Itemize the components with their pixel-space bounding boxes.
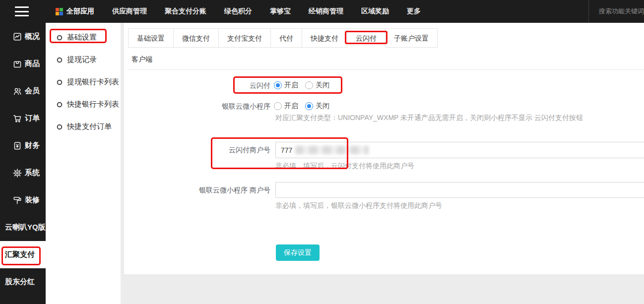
topnav-item-region-reward[interactable]: 区域奖励 [361, 7, 389, 16]
tab-label: 微信支付 [182, 34, 210, 42]
sidebar-item-label: 财务 [25, 141, 40, 150]
topnav-item-dealer[interactable]: 经销商管理 [309, 7, 343, 16]
submenu: 基础设置 提现记录 提现银行卡列表 快捷银行卡列表 快捷支付订单 [46, 23, 121, 304]
sidebar-item-overview[interactable]: 概况 [0, 23, 46, 50]
radio-option-on[interactable]: 开启 [274, 81, 298, 90]
tab-alipay[interactable]: 支付宝支付 [218, 29, 270, 48]
mp-merchant-no-input[interactable] [275, 182, 644, 198]
topnav-item-all-apps[interactable]: 全部应用 [56, 7, 94, 16]
merchant-no-input[interactable] [275, 142, 644, 158]
topnav-item-green-points[interactable]: 绿色积分 [224, 7, 252, 16]
submenu-item-label: 提现银行卡列表 [67, 77, 119, 87]
sidebar-item-goods[interactable]: 商品 [0, 50, 46, 77]
submenu-item-label: 快捷支付订单 [67, 122, 112, 131]
sidebar: 概况 商品 会员 订单 财务 [0, 23, 46, 304]
sidebar-item-label: 汇聚支付 [5, 250, 35, 259]
topnav-label: 掌够宝 [270, 7, 291, 16]
submenu-item-label: 基础设置 [67, 33, 97, 42]
topnav-item-supplier[interactable]: 供应商管理 [112, 7, 147, 16]
main-content: 基础设置 微信支付 支付宝支付 代付 快捷支付 云闪付 子账户设置 客户端 云闪… [124, 23, 644, 274]
topnav-item-zhanggoubao[interactable]: 掌够宝 [270, 7, 291, 16]
system-icon [13, 169, 22, 178]
submenu-item-basic-settings[interactable]: 基础设置 [46, 26, 121, 49]
hamburger-menu-icon[interactable] [15, 6, 29, 16]
save-settings-button[interactable]: 保存设置 [276, 244, 320, 261]
sidebar-item-label: 装修 [25, 195, 40, 205]
radio-selected-icon [274, 81, 282, 89]
submenu-item-label: 快捷银行卡列表 [67, 100, 119, 109]
sidebar-item-label: 概况 [25, 32, 40, 41]
radio-option-off[interactable]: 关闭 [305, 102, 329, 111]
radio-unselected-icon [305, 81, 313, 89]
miniprogram-radio-group: 开启 关闭 [274, 98, 329, 114]
sidebar-item-system[interactable]: 系统 [0, 159, 46, 186]
sidebar-item-shareholder[interactable]: 股东分红 [0, 268, 46, 296]
sidebar-item-decorate[interactable]: 装修 [0, 186, 46, 214]
merchant-no-input-wrap [275, 142, 644, 158]
finance-icon [13, 141, 22, 150]
tab-subaccount-settings[interactable]: 子账户设置 [385, 29, 437, 48]
mp-merchant-no-input-wrap [275, 182, 644, 198]
topnav-label: 全部应用 [66, 7, 94, 16]
sidebar-item-label: 会员 [25, 86, 40, 96]
tab-label: 代付 [279, 34, 293, 42]
tab-quick-pay[interactable]: 快捷支付 [302, 29, 347, 48]
radio-option-off[interactable]: 关闭 [305, 81, 329, 90]
circle-bullet-icon [57, 35, 63, 41]
topnav-item-split-pay[interactable]: 聚合支付分账 [165, 7, 206, 16]
unionpay-radio-group: 开启 关闭 [274, 77, 329, 93]
sidebar-item-finance[interactable]: 财务 [0, 132, 46, 159]
topnav-label: 供应商管理 [112, 7, 147, 16]
radio-unselected-icon [274, 102, 282, 110]
tab-label: 快捷支付 [311, 34, 338, 42]
circle-bullet-icon [57, 57, 63, 63]
topbar-search[interactable]: 搜索功能关键词 [588, 0, 644, 23]
sidebar-item-label: 股东分红 [5, 277, 35, 287]
search-icon [595, 7, 596, 15]
page: 全部应用 供应商管理 聚合支付分账 绿色积分 掌够宝 经销商管理 区域奖励 更多… [0, 0, 644, 304]
help-text-merchant-no: 非必填，填写后，云闪付支付将使用此商户号 [275, 161, 640, 170]
tab-wechat-pay[interactable]: 微信支付 [173, 29, 218, 48]
overview-icon [13, 32, 22, 41]
field-label: 云闪付 [124, 77, 270, 93]
help-text-miniprogram: 对应汇聚支付类型：UNIONPAY_WXMP 未开通产品无需开启，关闭则小程序不… [275, 113, 640, 122]
circle-bullet-icon [57, 124, 63, 130]
search-placeholder: 搜索功能关键词 [599, 7, 644, 16]
radio-selected-icon [305, 102, 313, 110]
circle-bullet-icon [57, 79, 63, 85]
submenu-item-withdraw-records[interactable]: 提现记录 [46, 49, 121, 71]
topnav-label: 绿色积分 [224, 7, 252, 16]
submenu-item-quick-bank-cards[interactable]: 快捷银行卡列表 [46, 93, 121, 116]
section-label-client: 客户端 [131, 52, 152, 66]
submenu-item-quick-pay-orders[interactable]: 快捷支付订单 [46, 116, 121, 138]
members-icon [13, 87, 22, 96]
tab-unionpay[interactable]: 云闪付 [347, 29, 385, 48]
tab-proxy-pay[interactable]: 代付 [270, 29, 302, 48]
sidebar-item-label: 订单 [25, 114, 40, 123]
topnav-label: 区域奖励 [361, 7, 389, 16]
tab-label: 基础设置 [137, 34, 165, 42]
tab-label: 子账户设置 [394, 34, 429, 42]
sidebar-item-yunlaba[interactable]: 云喇叭YQ版 [0, 214, 46, 241]
sidebar-item-orders[interactable]: 订单 [0, 105, 46, 132]
field-label: 银联云微小程序 商户号 [124, 182, 270, 198]
field-label: 云闪付商户号 [124, 142, 270, 158]
topnav-label: 更多 [407, 7, 421, 16]
topnav-label: 聚合支付分账 [165, 7, 206, 16]
submenu-item-withdraw-bank-cards[interactable]: 提现银行卡列表 [46, 71, 121, 93]
top-navigation: 全部应用 供应商管理 聚合支付分账 绿色积分 掌够宝 经销商管理 区域奖励 更多 [56, 0, 421, 23]
goods-icon [13, 60, 22, 68]
decorate-icon [13, 196, 22, 205]
section-divider [128, 69, 644, 70]
sidebar-item-label: 商品 [25, 59, 40, 68]
tab-label: 支付宝支付 [227, 34, 262, 42]
radio-option-on[interactable]: 开启 [274, 102, 298, 111]
topnav-item-more[interactable]: 更多 [407, 7, 421, 16]
sidebar-item-huiju-pay[interactable]: 汇聚支付 [0, 241, 46, 268]
circle-bullet-icon [57, 102, 63, 108]
sidebar-item-members[interactable]: 会员 [0, 77, 46, 105]
tab-basic-settings[interactable]: 基础设置 [129, 29, 173, 48]
tab-label: 云闪付 [356, 34, 377, 42]
field-label: 银联云微小程序 [124, 98, 270, 114]
topnav-label: 经销商管理 [309, 7, 343, 16]
